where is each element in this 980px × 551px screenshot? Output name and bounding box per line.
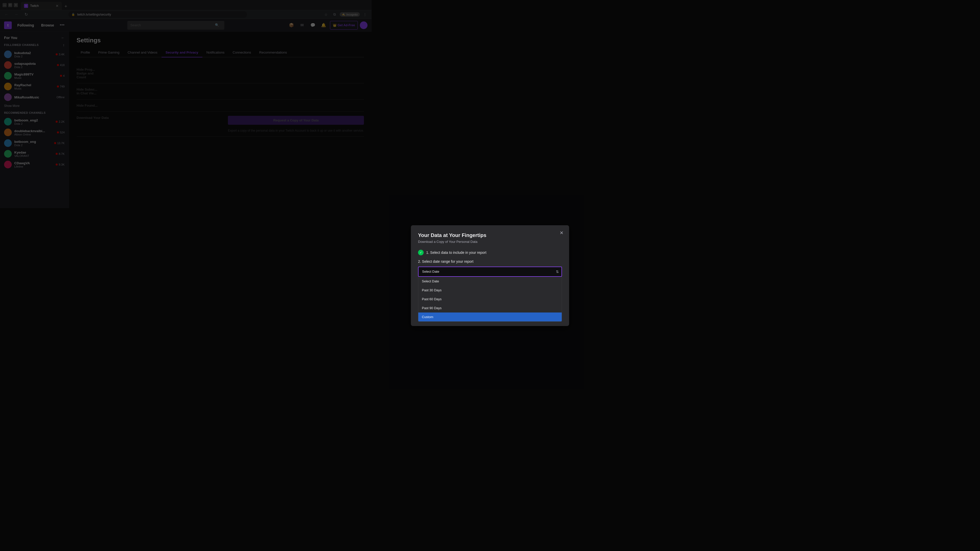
modal-overlay[interactable]: ✕ Your Data at Your Fingertips Download … <box>0 0 372 208</box>
twitch-app: t Following Browse ••• 🔍 📦 ✉ 💬 🔔 👑 Get A… <box>0 19 372 208</box>
